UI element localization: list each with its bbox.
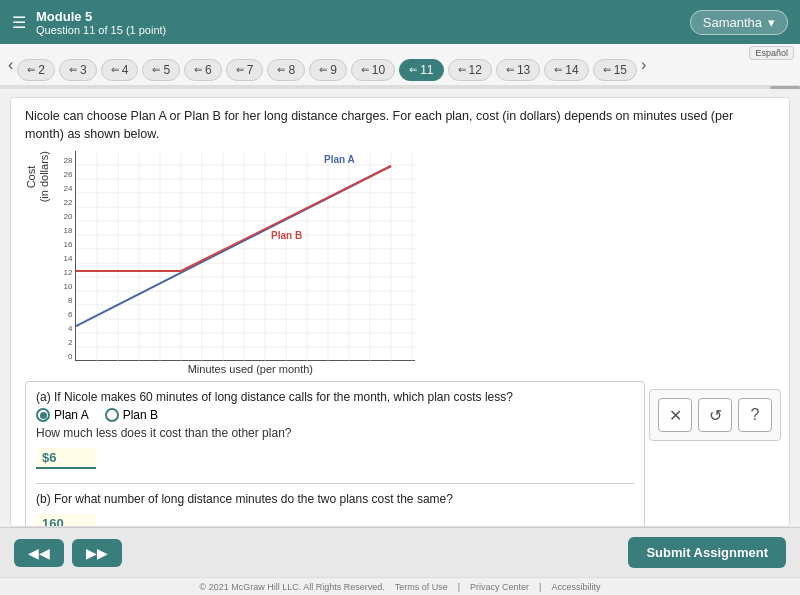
nav-prev-button[interactable]: ◀◀ [14, 539, 64, 567]
part-b-answer[interactable]: 160 [36, 514, 96, 527]
header-left: ☰ Module 5 Question 11 of 15 (1 point) [12, 9, 166, 36]
question-nav: Español ‹ ⇐2 ⇐3 ⇐4 ⇐5 ⇐6 ⇐7 ⇐8 ⇐9 ⇐10 ⇐1… [0, 44, 800, 86]
dropdown-icon: ▾ [768, 15, 775, 30]
section-divider [36, 483, 634, 484]
submit-assignment-button[interactable]: Submit Assignment [628, 537, 786, 568]
q-btn-4[interactable]: ⇐4 [101, 59, 139, 81]
question-nav-items: ⇐2 ⇐3 ⇐4 ⇐5 ⇐6 ⇐7 ⇐8 ⇐9 ⇐10 ⇐11 ⇐12 ⇐13 … [17, 59, 637, 81]
module-title: Module 5 [36, 9, 166, 24]
clear-button[interactable]: ✕ [658, 398, 692, 432]
q-btn-6[interactable]: ⇐6 [184, 59, 222, 81]
part-a-option-plan-a[interactable]: Plan A [36, 408, 89, 422]
q-btn-3[interactable]: ⇐3 [59, 59, 97, 81]
menu-icon[interactable]: ☰ [12, 13, 26, 32]
part-b-text: For what number of long distance minutes… [54, 492, 453, 506]
part-a-text: If Nicole makes 60 minutes of long dista… [54, 390, 513, 404]
q-btn-5[interactable]: ⇐5 [142, 59, 180, 81]
question-info: Question 11 of 15 (1 point) [36, 24, 166, 36]
user-button[interactable]: Samantha ▾ [690, 10, 788, 35]
question-part-b: (b) For what number of long distance min… [36, 492, 634, 527]
chart-area: Cost(in dollars) 0 2 4 6 8 10 12 14 16 1… [25, 151, 775, 375]
module-info: Module 5 Question 11 of 15 (1 point) [36, 9, 166, 36]
q-btn-12[interactable]: ⇐12 [448, 59, 492, 81]
svg-text:Plan A: Plan A [324, 154, 355, 165]
separator1: | [458, 582, 460, 592]
privacy-link[interactable]: Privacy Center [470, 582, 529, 592]
svg-text:Plan B: Plan B [271, 230, 302, 241]
main-content: Nicole can choose Plan A or Plan B for h… [10, 97, 790, 527]
question-boxes: (a) If Nicole makes 60 minutes of long d… [25, 381, 775, 527]
q-btn-15[interactable]: ⇐15 [593, 59, 637, 81]
part-a-subquestion: How much less does it cost than the othe… [36, 426, 634, 440]
footer-copyright: © 2021 McGraw Hill LLC. All Rights Reser… [0, 577, 800, 595]
tools-panel: ✕ ↺ ? [655, 381, 775, 527]
part-b-label: (b) For what number of long distance min… [36, 492, 634, 506]
bottom-bar: ◀◀ ▶▶ Submit Assignment [0, 527, 800, 577]
terms-link[interactable]: Terms of Use [395, 582, 448, 592]
radio-plan-b-empty [105, 408, 119, 422]
question-part-a: (a) If Nicole makes 60 minutes of long d… [36, 390, 634, 473]
radio-plan-a-filled [36, 408, 50, 422]
q-btn-2[interactable]: ⇐2 [17, 59, 55, 81]
q-btn-8[interactable]: ⇐8 [267, 59, 305, 81]
part-a-options: Plan A Plan B [36, 408, 634, 422]
x-axis-label: Minutes used (per month) [85, 363, 415, 375]
nav-next-arrow[interactable]: › [637, 56, 650, 74]
help-button[interactable]: ? [738, 398, 772, 432]
scroll-area [0, 86, 800, 89]
tool-buttons: ✕ ↺ ? [649, 389, 781, 441]
nav-next-button[interactable]: ▶▶ [72, 539, 122, 567]
problem-text: Nicole can choose Plan A or Plan B for h… [25, 108, 775, 143]
undo-button[interactable]: ↺ [698, 398, 732, 432]
q-btn-9[interactable]: ⇐9 [309, 59, 347, 81]
part-a-label: (a) If Nicole makes 60 minutes of long d… [36, 390, 634, 404]
scroll-thumb [770, 86, 800, 89]
header: ☰ Module 5 Question 11 of 15 (1 point) S… [0, 0, 800, 44]
user-name: Samantha [703, 15, 762, 30]
prev-icon: ◀◀ [28, 545, 50, 561]
q-btn-14[interactable]: ⇐14 [544, 59, 588, 81]
q-btn-13[interactable]: ⇐13 [496, 59, 540, 81]
espanol-badge[interactable]: Español [749, 46, 794, 60]
questions-panel: (a) If Nicole makes 60 minutes of long d… [25, 381, 645, 527]
q-btn-10[interactable]: ⇐10 [351, 59, 395, 81]
part-a-answer[interactable]: $6 [36, 448, 96, 469]
q-btn-7[interactable]: ⇐7 [226, 59, 264, 81]
chart-container: Plan A Plan B 20 40 60 80 100 120 140 16… [75, 151, 415, 361]
separator2: | [539, 582, 541, 592]
copyright-text: © 2021 McGraw Hill LLC. All Rights Reser… [200, 582, 385, 592]
accessibility-link[interactable]: Accessibility [551, 582, 600, 592]
next-icon: ▶▶ [86, 545, 108, 561]
y-axis-label: Cost(in dollars) [25, 151, 51, 202]
nav-buttons: ◀◀ ▶▶ [14, 539, 122, 567]
part-a-option-plan-b[interactable]: Plan B [105, 408, 158, 422]
nav-prev-arrow[interactable]: ‹ [4, 56, 17, 74]
q-btn-11[interactable]: ⇐11 [399, 59, 443, 81]
